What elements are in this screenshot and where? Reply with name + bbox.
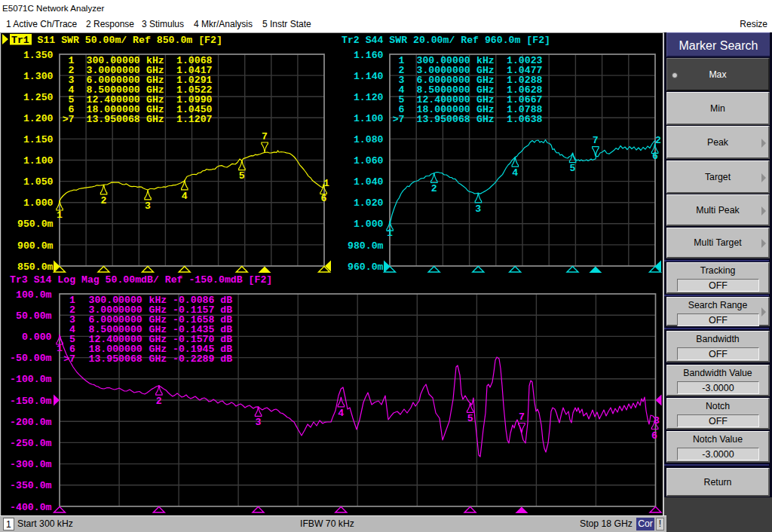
svg-text:1.060: 1.060	[354, 155, 384, 167]
svg-text:6: 6	[651, 430, 657, 442]
svg-text:-300.0m: -300.0m	[10, 459, 51, 470]
svg-text:13.950068: 13.950068	[417, 114, 470, 125]
svg-text:6: 6	[652, 151, 658, 162]
svg-text:1.200: 1.200	[23, 113, 54, 124]
svg-text:4: 4	[338, 408, 344, 419]
svg-text:1.350: 1.350	[23, 50, 54, 61]
svg-text:-400.0m: -400.0m	[10, 502, 51, 513]
svg-text:100.0m: 100.0m	[16, 289, 52, 301]
svg-text:>7: >7	[63, 114, 75, 125]
svg-text:960.0m: 960.0m	[348, 261, 384, 273]
svg-text:-0.2289 dB: -0.2289 dB	[173, 353, 232, 365]
svg-text:-250.0m: -250.0m	[10, 438, 51, 449]
svg-text:13.950068: 13.950068	[89, 353, 142, 365]
svg-text:1.0638: 1.0638	[507, 114, 543, 125]
svg-text:980.0m: 980.0m	[348, 240, 384, 252]
svg-text:1: 1	[57, 209, 63, 221]
svg-text:1: 1	[57, 343, 63, 354]
svg-text:1.250: 1.250	[23, 92, 54, 103]
svg-text:900.0m: 900.0m	[17, 240, 54, 252]
svg-text:Tr1: Tr1	[11, 35, 29, 46]
svg-text:-200.0m: -200.0m	[10, 417, 51, 428]
svg-text:13.950068: 13.950068	[87, 114, 140, 125]
svg-text:3: 3	[475, 203, 481, 215]
svg-text:5: 5	[239, 170, 245, 182]
svg-text:-100.0m: -100.0m	[10, 374, 51, 385]
svg-text:3: 3	[256, 417, 262, 428]
svg-text:2: 2	[431, 183, 437, 194]
svg-text:1.160: 1.160	[354, 50, 384, 61]
svg-text:1.080: 1.080	[354, 134, 384, 145]
svg-text:1.140: 1.140	[354, 71, 384, 82]
svg-text:4: 4	[182, 191, 188, 202]
svg-text:1: 1	[323, 178, 329, 189]
svg-text:7: 7	[262, 131, 268, 142]
svg-text:1.150: 1.150	[23, 134, 54, 145]
svg-text:50.00m: 50.00m	[16, 310, 52, 322]
svg-text:2: 2	[101, 195, 107, 206]
svg-text:GHz: GHz	[476, 114, 495, 125]
svg-text:1.120: 1.120	[354, 92, 384, 103]
svg-text:5: 5	[467, 413, 473, 424]
svg-text:7: 7	[593, 135, 599, 146]
svg-text:-150.0m: -150.0m	[10, 396, 51, 407]
svg-text:-350.0m: -350.0m	[10, 480, 51, 491]
svg-text:1.000: 1.000	[23, 197, 54, 209]
svg-text:1.100: 1.100	[354, 113, 384, 124]
svg-text:GHz: GHz	[149, 353, 167, 365]
svg-text:950.0m: 950.0m	[17, 219, 54, 230]
svg-text:4: 4	[512, 167, 518, 179]
svg-text:1.300: 1.300	[23, 71, 54, 82]
svg-text:GHz: GHz	[146, 114, 164, 125]
svg-text:Tr3 S14 Log Mag 50.00mdB/ Ref: Tr3 S14 Log Mag 50.00mdB/ Ref -150.0mdB …	[10, 274, 272, 286]
svg-text:Tr2 S44 SWR 20.00m/ Ref 960.0m: Tr2 S44 SWR 20.00m/ Ref 960.0m [F2]	[342, 35, 550, 46]
svg-text:1.040: 1.040	[354, 176, 384, 188]
svg-text:>7: >7	[63, 353, 75, 365]
svg-text:2: 2	[655, 135, 661, 146]
svg-text:1.050: 1.050	[23, 176, 54, 188]
svg-text:1.100: 1.100	[23, 155, 54, 167]
svg-text:1.1207: 1.1207	[176, 114, 213, 125]
svg-text:1: 1	[387, 228, 393, 239]
svg-text:S11 SWR 50.00m/ Ref 850.0m [F2: S11 SWR 50.00m/ Ref 850.0m [F2]	[38, 35, 222, 46]
svg-text:3: 3	[654, 415, 660, 427]
svg-text:6: 6	[321, 193, 327, 204]
svg-text:>7: >7	[393, 114, 405, 125]
svg-text:2: 2	[156, 396, 162, 407]
svg-text:850.0m: 850.0m	[17, 261, 54, 273]
svg-text:3: 3	[145, 200, 151, 212]
svg-text:0.000: 0.000	[22, 332, 52, 343]
svg-text:5: 5	[570, 163, 576, 174]
svg-text:1.000: 1.000	[354, 219, 384, 230]
svg-text:-50.00m: -50.00m	[10, 353, 51, 364]
svg-text:1.020: 1.020	[354, 197, 384, 209]
svg-text:7: 7	[519, 411, 525, 423]
